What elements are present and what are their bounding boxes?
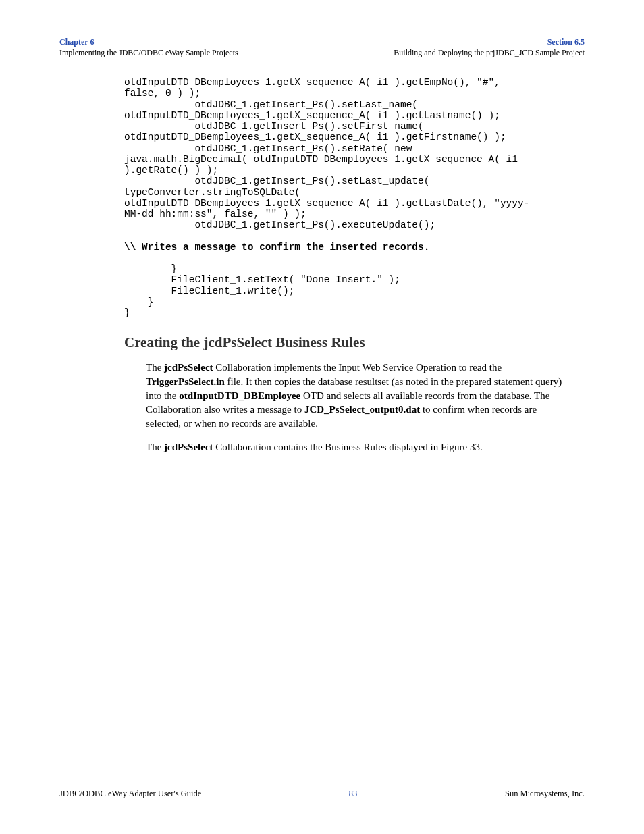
- para-bold: jcdPsSelect: [164, 362, 213, 373]
- para-bold: JCD_PsSelect_output0.dat: [304, 404, 420, 415]
- page-header: Chapter 6 Implementing the JDBC/ODBC eWa…: [59, 37, 585, 58]
- code-block: otdInputDTD_DBemployees_1.getX_sequence_…: [124, 77, 585, 318]
- header-right: Section 6.5 Building and Deploying the p…: [394, 37, 585, 58]
- section-label: Section 6.5: [394, 37, 585, 48]
- section-subtitle: Building and Deploying the prjJDBC_JCD S…: [394, 48, 585, 59]
- body-paragraph-1: The jcdPsSelect Collaboration implements…: [146, 361, 564, 430]
- code-part-2: } FileClient_1.setText( "Done Insert." )…: [124, 263, 400, 318]
- footer-left: JDBC/ODBC eWay Adapter User's Guide: [59, 789, 201, 799]
- code-comment: \\ Writes a message to confirm the inser…: [124, 242, 429, 253]
- para-text: The: [146, 442, 164, 452]
- para-bold: otdInputDTD_DBEmployee: [179, 390, 300, 401]
- body-paragraph-2: The jcdPsSelect Collaboration contains t…: [146, 440, 564, 454]
- section-heading: Creating the jcdPsSelect Business Rules: [124, 334, 585, 351]
- para-text: Collaboration contains the Business Rule…: [213, 442, 483, 452]
- chapter-subtitle: Implementing the JDBC/ODBC eWay Sample P…: [59, 48, 238, 59]
- para-bold: TriggerPsSelect.in: [146, 376, 225, 387]
- para-text: Collaboration implements the Input Web S…: [213, 362, 502, 373]
- footer-page-number: 83: [349, 789, 358, 799]
- chapter-label: Chapter 6: [59, 37, 238, 48]
- footer-right: Sun Microsystems, Inc.: [505, 789, 585, 799]
- code-part-1: otdInputDTD_DBemployees_1.getX_sequence_…: [124, 77, 529, 230]
- para-text: The: [146, 362, 164, 373]
- page-footer: JDBC/ODBC eWay Adapter User's Guide 83 S…: [59, 789, 585, 799]
- header-left: Chapter 6 Implementing the JDBC/ODBC eWa…: [59, 37, 238, 58]
- para-bold: jcdPsSelect: [164, 442, 213, 452]
